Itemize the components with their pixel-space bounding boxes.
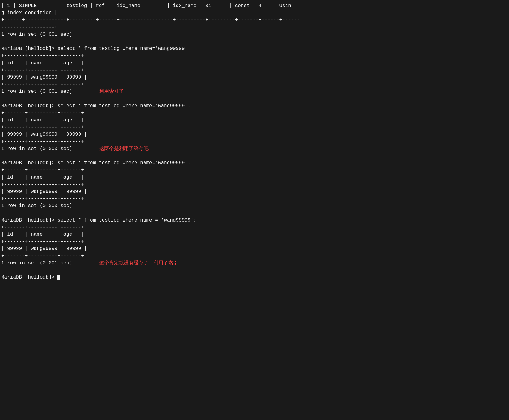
comment2: 这两个是利用了缓存吧 (98, 145, 150, 153)
query2-border-bot: +-------+----------+-------+ (0, 138, 509, 145)
query3-border-mid: +-------+----------+-------+ (0, 181, 509, 188)
cursor-block (57, 275, 60, 280)
query2-rowcount: 1 row in set (0.000 sec) (0, 145, 73, 153)
blank3 (0, 153, 509, 160)
query2-prompt: MariaDB [hellodb]> select * from testlog… (0, 103, 509, 110)
final-prompt[interactable]: MariaDB [hellodb]> (0, 274, 509, 281)
query1-border-top: +-------+----------+-------+ (0, 52, 509, 59)
query2-border-mid: +-------+----------+-------+ (0, 124, 509, 131)
query1-rowcount: 1 row in set (0.001 sec) (0, 88, 73, 95)
comment1: 利用索引了 (98, 88, 125, 95)
blank2 (0, 95, 509, 102)
terminal-window: | 1 | SIMPLE | testlog | ref | idx_name … (0, 0, 509, 420)
explain-row: | 1 | SIMPLE | testlog | ref | idx_name … (0, 2, 509, 10)
blank5 (0, 267, 509, 274)
explain-border-bottom2: ------------------+ (0, 24, 509, 31)
query3-border-bot: +-------+----------+-------+ (0, 195, 509, 202)
query4-border-mid: +-------+----------+-------+ (0, 238, 509, 245)
query3-header: | id | name | age | (0, 174, 509, 181)
query2-header: | id | name | age | (0, 117, 509, 124)
blank1 (0, 38, 509, 45)
query4-data: | 99999 | wang99999 | 99999 | (0, 245, 509, 252)
query3-rowcount: 1 row in set (0.000 sec) (0, 202, 509, 210)
query3-prompt: MariaDB [hellodb]> select * from testlog… (0, 160, 509, 167)
explain-rowcount: 1 row in set (0.001 sec) (0, 31, 509, 38)
query1-header: | id | name | age | (0, 60, 509, 67)
query4-rowcount: 1 row in set (0.001 sec) (0, 260, 73, 267)
explain-row-cont: g index condition | (0, 10, 509, 17)
query1-border-mid: +-------+----------+-------+ (0, 67, 509, 74)
query1-border-bot: +-------+----------+-------+ (0, 81, 509, 88)
query2-border-top: +-------+----------+-------+ (0, 110, 509, 117)
query4-header: | id | name | age | (0, 231, 509, 238)
comment3: 这个肯定就没有缓存了，利用了索引 (98, 260, 179, 267)
query3-border-top: +-------+----------+-------+ (0, 167, 509, 174)
blank4 (0, 210, 509, 217)
query3-data: | 99999 | wang99999 | 99999 | (0, 188, 509, 195)
query1-prompt: MariaDB [hellodb]> select * from testlog… (0, 45, 509, 52)
query4-border-bot: +-------+----------+-------+ (0, 253, 509, 260)
explain-border-bottom: +------+--------------+---------+------+… (0, 17, 509, 24)
query2-data: | 99999 | wang99999 | 99999 | (0, 131, 509, 138)
query1-data: | 99999 | wang99999 | 99999 | (0, 74, 509, 81)
query4-border-top: +-------+----------+-------+ (0, 224, 509, 231)
query4-prompt: MariaDB [hellodb]> select * from testlog… (0, 217, 509, 224)
